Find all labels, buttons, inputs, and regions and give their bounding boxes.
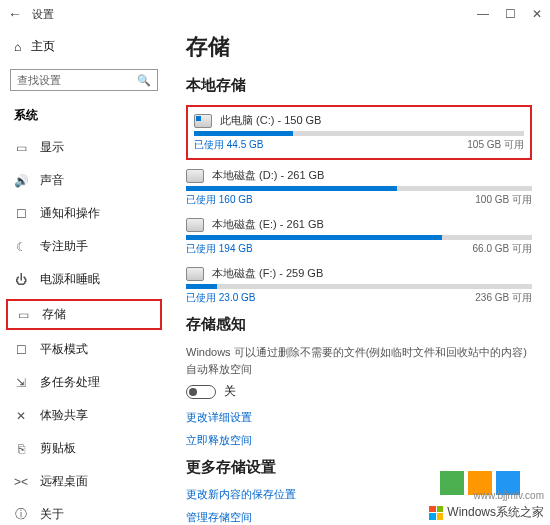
focus-icon: ☾ bbox=[14, 240, 28, 254]
sidebar-item-shared[interactable]: ✕体验共享 bbox=[0, 400, 168, 431]
watermark-url: www.bjjmlv.com bbox=[474, 490, 544, 501]
usage-bar bbox=[194, 131, 524, 136]
toggle-knob bbox=[189, 388, 197, 396]
free-label: 66.0 GB 可用 bbox=[473, 242, 532, 256]
storage-icon: ▭ bbox=[16, 308, 30, 322]
local-storage-heading: 本地存储 bbox=[186, 76, 532, 95]
free-label: 100 GB 可用 bbox=[475, 193, 532, 207]
used-label: 已使用 44.5 GB bbox=[194, 138, 263, 152]
maximize-button[interactable]: ☐ bbox=[505, 7, 516, 21]
usage-bar bbox=[186, 186, 532, 191]
section-header-system: 系统 bbox=[0, 99, 168, 130]
multitask-icon: ⇲ bbox=[14, 376, 28, 390]
free-space-link[interactable]: 立即释放空间 bbox=[186, 433, 532, 448]
sidebar-item-notifications[interactable]: ☐通知和操作 bbox=[0, 198, 168, 229]
drive-e[interactable]: 本地磁盘 (E:) - 261 GB 已使用 194 GB66.0 GB 可用 bbox=[186, 217, 532, 256]
free-label: 105 GB 可用 bbox=[467, 138, 524, 152]
sidebar-item-label: 存储 bbox=[42, 306, 66, 323]
usage-bar bbox=[186, 235, 532, 240]
notifications-icon: ☐ bbox=[14, 207, 28, 221]
sidebar-item-label: 专注助手 bbox=[40, 238, 88, 255]
windows-logo-icon bbox=[429, 506, 443, 520]
drive-name: 此电脑 (C:) - 150 GB bbox=[220, 113, 321, 128]
sidebar-item-label: 剪贴板 bbox=[40, 440, 76, 457]
sidebar-item-storage[interactable]: ▭存储 bbox=[6, 299, 162, 330]
usage-bar bbox=[186, 284, 532, 289]
back-button[interactable]: ← bbox=[8, 6, 22, 22]
drive-d[interactable]: 本地磁盘 (D:) - 261 GB 已使用 160 GB100 GB 可用 bbox=[186, 168, 532, 207]
sidebar-item-label: 电源和睡眠 bbox=[40, 271, 100, 288]
sidebar-item-power[interactable]: ⏻电源和睡眠 bbox=[0, 264, 168, 295]
remote-icon: >< bbox=[14, 475, 28, 489]
sidebar-item-label: 关于 bbox=[40, 506, 64, 523]
page-title: 存储 bbox=[186, 32, 532, 62]
sidebar-item-tablet[interactable]: ☐平板模式 bbox=[0, 334, 168, 365]
display-icon: ▭ bbox=[14, 141, 28, 155]
titlebar: ← 设置 — ☐ ✕ bbox=[0, 0, 550, 28]
power-icon: ⏻ bbox=[14, 273, 28, 287]
sidebar-item-about[interactable]: ⓘ关于 bbox=[0, 499, 168, 525]
change-settings-link[interactable]: 更改详细设置 bbox=[186, 410, 532, 425]
content-area: 存储 本地存储 此电脑 (C:) - 150 GB 已使用 44.5 GB105… bbox=[168, 28, 550, 525]
drive-icon bbox=[194, 114, 212, 128]
sidebar-item-display[interactable]: ▭显示 bbox=[0, 132, 168, 163]
sidebar-item-label: 声音 bbox=[40, 172, 64, 189]
clipboard-icon: ⎘ bbox=[14, 442, 28, 456]
search-placeholder: 查找设置 bbox=[17, 73, 61, 88]
storage-sense-heading: 存储感知 bbox=[186, 315, 532, 334]
usage-bar-fill bbox=[194, 131, 293, 136]
watermark-text: Windows系统之家 bbox=[447, 504, 544, 521]
storage-sense-desc: Windows 可以通过删除不需要的文件(例如临时文件和回收站中的内容)自动释放… bbox=[186, 344, 532, 377]
home-icon: ⌂ bbox=[14, 40, 21, 54]
drive-icon bbox=[186, 169, 204, 183]
drive-name: 本地磁盘 (F:) - 259 GB bbox=[212, 266, 323, 281]
sidebar-item-multitask[interactable]: ⇲多任务处理 bbox=[0, 367, 168, 398]
shared-icon: ✕ bbox=[14, 409, 28, 423]
drive-icon bbox=[186, 267, 204, 281]
sidebar-item-focus[interactable]: ☾专注助手 bbox=[0, 231, 168, 262]
drive-icon bbox=[186, 218, 204, 232]
watermark: Windows系统之家 bbox=[429, 504, 544, 521]
free-label: 236 GB 可用 bbox=[475, 291, 532, 305]
storage-sense-toggle[interactable]: 关 bbox=[186, 383, 532, 400]
deco-green bbox=[440, 471, 464, 495]
drive-f[interactable]: 本地磁盘 (F:) - 259 GB 已使用 23.0 GB236 GB 可用 bbox=[186, 266, 532, 305]
sidebar-item-remote[interactable]: ><远程桌面 bbox=[0, 466, 168, 497]
sidebar-item-label: 远程桌面 bbox=[40, 473, 88, 490]
used-label: 已使用 23.0 GB bbox=[186, 291, 255, 305]
toggle-label: 关 bbox=[224, 383, 236, 400]
home-link[interactable]: ⌂ 主页 bbox=[0, 32, 168, 61]
sidebar-item-label: 多任务处理 bbox=[40, 374, 100, 391]
sidebar-item-sound[interactable]: 🔊声音 bbox=[0, 165, 168, 196]
drive-c[interactable]: 此电脑 (C:) - 150 GB 已使用 44.5 GB105 GB 可用 bbox=[186, 105, 532, 160]
drive-name: 本地磁盘 (E:) - 261 GB bbox=[212, 217, 324, 232]
used-label: 已使用 194 GB bbox=[186, 242, 253, 256]
usage-bar-fill bbox=[186, 186, 397, 191]
sidebar-item-clipboard[interactable]: ⎘剪贴板 bbox=[0, 433, 168, 464]
window-title: 设置 bbox=[32, 7, 54, 22]
about-icon: ⓘ bbox=[14, 506, 28, 523]
sidebar-item-label: 通知和操作 bbox=[40, 205, 100, 222]
search-icon: 🔍 bbox=[137, 74, 151, 87]
sidebar: ⌂ 主页 查找设置 🔍 系统 ▭显示 🔊声音 ☐通知和操作 ☾专注助手 ⏻电源和… bbox=[0, 28, 168, 525]
usage-bar-fill bbox=[186, 284, 217, 289]
sidebar-item-label: 显示 bbox=[40, 139, 64, 156]
minimize-button[interactable]: — bbox=[477, 7, 489, 21]
sidebar-item-label: 平板模式 bbox=[40, 341, 88, 358]
toggle-track bbox=[186, 385, 216, 399]
sidebar-item-label: 体验共享 bbox=[40, 407, 88, 424]
close-button[interactable]: ✕ bbox=[532, 7, 542, 21]
drive-name: 本地磁盘 (D:) - 261 GB bbox=[212, 168, 324, 183]
home-label: 主页 bbox=[31, 38, 55, 55]
search-input[interactable]: 查找设置 🔍 bbox=[10, 69, 158, 91]
usage-bar-fill bbox=[186, 235, 442, 240]
tablet-icon: ☐ bbox=[14, 343, 28, 357]
sound-icon: 🔊 bbox=[14, 174, 28, 188]
used-label: 已使用 160 GB bbox=[186, 193, 253, 207]
